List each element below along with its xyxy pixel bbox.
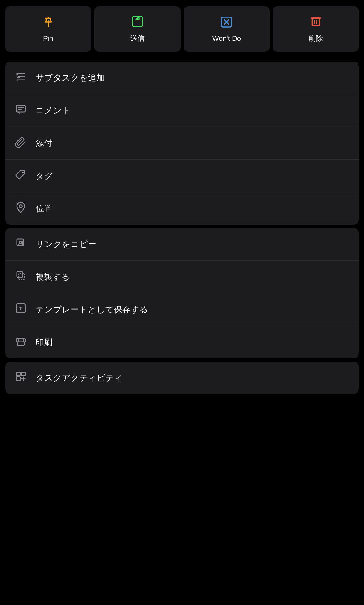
print-icon [14, 335, 27, 349]
wontdo-button[interactable]: Won't Do [184, 6, 270, 52]
delete-icon [309, 15, 322, 30]
send-label: 送信 [130, 34, 145, 43]
delete-button[interactable]: 削除 [273, 6, 359, 52]
svg-rect-17 [17, 272, 23, 277]
svg-point-12 [22, 172, 24, 173]
copylink-item[interactable]: リンクをコピー [5, 228, 359, 261]
subtask-item[interactable]: サブタスクを追加 [5, 62, 359, 94]
activity-item[interactable]: タスクアクティビティ [5, 362, 359, 394]
tag-item[interactable]: タグ [5, 160, 359, 192]
wontdo-icon [220, 16, 233, 30]
pin-icon [42, 16, 55, 30]
tag-label: タグ [36, 170, 53, 182]
savetemplate-icon: T [14, 302, 27, 317]
section-2: リンクをコピー 複製する T テンプレートとして保存する 印刷 [5, 228, 359, 358]
comment-icon [14, 103, 27, 118]
print-item[interactable]: 印刷 [5, 326, 359, 358]
comment-label: コメント [36, 105, 71, 116]
attach-icon [14, 136, 27, 150]
delete-label: 削除 [309, 34, 323, 43]
subtask-icon [14, 71, 27, 85]
comment-item[interactable]: コメント [5, 94, 359, 127]
svg-text:T: T [19, 306, 22, 311]
duplicate-icon [14, 270, 27, 284]
activity-label: タスクアクティビティ [36, 372, 123, 384]
svg-rect-16 [19, 274, 25, 279]
attach-item[interactable]: 添付 [5, 127, 359, 160]
top-actions-bar: Pin 送信 Won't Do [0, 0, 364, 58]
svg-point-13 [19, 205, 22, 208]
pin-button[interactable]: Pin [5, 6, 91, 52]
attach-label: 添付 [36, 138, 52, 149]
pin-label: Pin [43, 34, 53, 43]
copylink-icon [14, 237, 27, 251]
send-icon [131, 15, 144, 30]
svg-rect-23 [17, 377, 20, 381]
wontdo-label: Won't Do [212, 34, 241, 43]
copylink-label: リンクをコピー [36, 239, 96, 250]
svg-rect-20 [17, 342, 24, 345]
svg-rect-21 [17, 372, 20, 376]
location-item[interactable]: 位置 [5, 192, 359, 225]
svg-rect-6 [312, 18, 319, 26]
section-3: タスクアクティビティ [5, 362, 359, 394]
send-button[interactable]: 送信 [94, 6, 181, 52]
activity-icon [14, 371, 27, 385]
savetemplate-label: テンプレートとして保存する [36, 304, 148, 315]
duplicate-item[interactable]: 複製する [5, 261, 359, 293]
duplicate-label: 複製する [36, 271, 70, 283]
print-label: 印刷 [36, 337, 52, 348]
svg-rect-22 [21, 372, 25, 376]
subtask-label: サブタスクを追加 [36, 72, 105, 84]
location-label: 位置 [36, 203, 52, 214]
savetemplate-item[interactable]: T テンプレートとして保存する [5, 293, 359, 326]
location-icon [14, 201, 27, 216]
svg-rect-9 [17, 105, 25, 112]
section-1: サブタスクを追加 コメント 添付 タグ [5, 62, 359, 225]
tag-icon [14, 169, 27, 183]
